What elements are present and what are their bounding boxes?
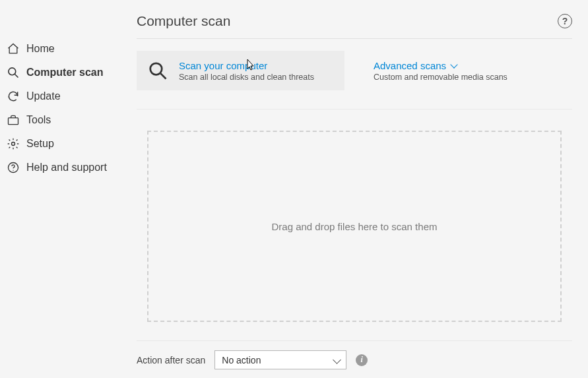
action-after-scan-select[interactable] [214,350,346,369]
search-icon [7,66,20,79]
svg-line-7 [160,73,166,79]
svg-rect-2 [9,118,18,125]
sidebar-item-tools[interactable]: Tools [0,108,126,132]
sidebar-item-home[interactable]: Home [0,37,126,61]
dropzone[interactable]: Drag and drop files here to scan them [147,131,562,322]
main-panel: Computer scan ? Scan your computer Scan … [126,0,588,378]
scan-title: Scan your computer [179,60,314,71]
advanced-subtitle: Custom and removable media scans [374,73,507,82]
search-icon [146,59,170,82]
sidebar-item-label: Setup [26,137,54,150]
scan-subtitle: Scan all local disks and clean threats [179,73,314,82]
advanced-scans-card[interactable]: Advanced scans Custom and removable medi… [364,51,572,90]
action-texts: Scan your computer Scan all local disks … [179,60,314,82]
home-icon [7,42,20,55]
refresh-icon [7,90,20,103]
gear-icon [7,137,20,150]
sidebar-item-update[interactable]: Update [0,84,126,108]
sidebar-item-label: Help and support [26,161,107,173]
actions-row: Scan your computer Scan all local disks … [137,51,572,110]
info-icon[interactable]: i [356,354,368,366]
advanced-title: Advanced scans [374,60,507,71]
help-button[interactable]: ? [558,14,572,28]
page-title: Computer scan [137,13,230,29]
sidebar-item-label: Tools [26,113,51,126]
sidebar-item-help[interactable]: Help and support [0,156,126,179]
toolbox-icon [7,113,20,127]
sidebar-item-computer-scan[interactable]: Computer scan [0,61,126,84]
sidebar-item-label: Update [26,90,61,102]
footer-bar: Action after scan i [137,340,572,369]
svg-point-0 [9,68,16,75]
header: Computer scan ? [137,13,572,39]
svg-point-3 [12,142,15,146]
svg-point-6 [150,63,162,75]
action-after-scan-label: Action after scan [137,355,205,365]
help-icon [7,161,20,174]
scan-your-computer-card[interactable]: Scan your computer Scan all local disks … [137,51,344,90]
sidebar-item-setup[interactable]: Setup [0,132,126,156]
sidebar: Home Computer scan Update Tools Setup [0,0,126,378]
sidebar-item-label: Home [26,42,55,55]
action-texts: Advanced scans Custom and removable medi… [374,60,507,82]
svg-point-5 [13,170,13,171]
svg-line-1 [15,75,18,78]
action-after-scan-select-wrap [214,350,346,369]
dropzone-text: Drag and drop files here to scan them [272,221,438,232]
sidebar-item-label: Computer scan [26,66,103,79]
